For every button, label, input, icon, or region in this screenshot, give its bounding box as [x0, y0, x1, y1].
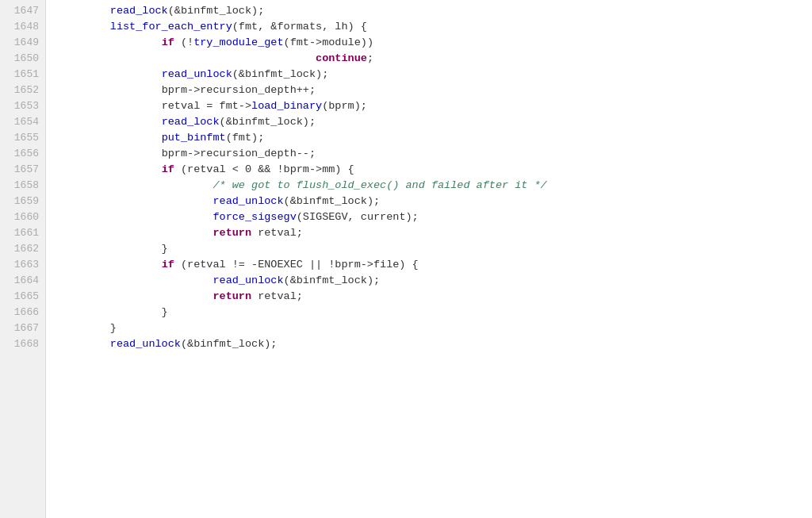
line-number: 1662: [6, 241, 39, 257]
line-number: 1667: [6, 320, 39, 336]
line-number: 1647: [6, 3, 39, 19]
code-line: retval = fmt->load_binary(bprm);: [59, 98, 812, 114]
line-number: 1649: [6, 35, 39, 51]
line-number: 1652: [6, 82, 39, 98]
line-number: 1668: [6, 336, 39, 352]
code-line: continue;: [59, 51, 812, 67]
line-number: 1657: [6, 162, 39, 178]
line-number: 1665: [6, 289, 39, 305]
code-line: if (retval != -ENOEXEC || !bprm->file) {: [59, 257, 812, 273]
line-number: 1659: [6, 194, 39, 209]
code-line: read_lock(&binfmt_lock);: [59, 3, 812, 19]
code-line: if (retval < 0 && !bprm->mm) {: [59, 162, 812, 178]
code-content[interactable]: read_lock(&binfmt_lock); list_for_each_e…: [46, 0, 812, 518]
line-number: 1650: [6, 51, 39, 67]
code-line: /* we got to flush_old_exec() and failed…: [59, 178, 812, 194]
code-line: read_lock(&binfmt_lock);: [59, 114, 812, 130]
code-line: force_sigsegv(SIGSEGV, current);: [59, 209, 812, 225]
line-number: 1660: [6, 209, 39, 225]
line-number: 1656: [6, 146, 39, 162]
line-number: 1658: [6, 178, 39, 194]
line-number: 1655: [6, 130, 39, 146]
code-line: put_binfmt(fmt);: [59, 130, 812, 146]
code-line: list_for_each_entry(fmt, &formats, lh) {: [59, 19, 812, 35]
line-number: 1648: [6, 19, 39, 35]
code-line: read_unlock(&binfmt_lock);: [59, 336, 812, 352]
code-line: bprm->recursion_depth++;: [59, 82, 812, 98]
code-line: return retval;: [59, 289, 812, 305]
code-line: read_unlock(&binfmt_lock);: [59, 67, 812, 82]
line-number: 1654: [6, 114, 39, 130]
code-line: read_unlock(&binfmt_lock);: [59, 273, 812, 289]
line-numbers-gutter: 1647164816491650165116521653165416551656…: [0, 0, 46, 518]
code-line: if (!try_module_get(fmt->module)): [59, 35, 812, 51]
code-line: read_unlock(&binfmt_lock);: [59, 194, 812, 209]
code-viewer: 1647164816491650165116521653165416551656…: [0, 0, 812, 518]
code-line: }: [59, 305, 812, 320]
code-line: bprm->recursion_depth--;: [59, 146, 812, 162]
code-line: }: [59, 241, 812, 257]
code-line: return retval;: [59, 225, 812, 241]
line-number: 1661: [6, 225, 39, 241]
line-number: 1653: [6, 98, 39, 114]
line-number: 1663: [6, 257, 39, 273]
code-line: }: [59, 320, 812, 336]
line-number: 1651: [6, 67, 39, 82]
line-number: 1664: [6, 273, 39, 289]
line-number: 1666: [6, 305, 39, 320]
